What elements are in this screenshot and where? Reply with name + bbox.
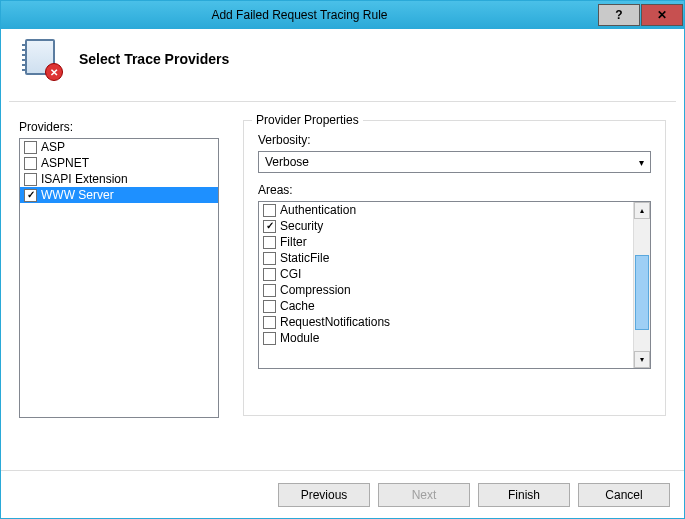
finish-button[interactable]: Finish	[478, 483, 570, 507]
scroll-up-button[interactable]: ▴	[634, 202, 650, 219]
areas-label: Areas:	[258, 183, 651, 197]
checkbox[interactable]	[263, 268, 276, 281]
checkbox[interactable]	[24, 189, 37, 202]
list-item-label: ISAPI Extension	[41, 172, 128, 186]
list-item-label: Compression	[280, 283, 351, 297]
list-item-label: Module	[280, 331, 319, 345]
list-item-label: Cache	[280, 299, 315, 313]
list-item-label: Authentication	[280, 203, 356, 217]
list-item-label: Filter	[280, 235, 307, 249]
next-button: Next	[378, 483, 470, 507]
list-item[interactable]: ASPNET	[20, 155, 218, 171]
list-item[interactable]: Module	[259, 330, 633, 346]
providers-listbox[interactable]: ASPASPNETISAPI ExtensionWWW Server	[19, 138, 219, 418]
list-item-label: ASP	[41, 140, 65, 154]
titlebar: Add Failed Request Tracing Rule ? ✕	[1, 1, 684, 29]
verbosity-select[interactable]: Verbose ▾	[258, 151, 651, 173]
list-item[interactable]: Security	[259, 218, 633, 234]
scroll-down-button[interactable]: ▾	[634, 351, 650, 368]
page-title: Select Trace Providers	[79, 51, 229, 67]
divider	[9, 101, 676, 102]
list-item[interactable]: RequestNotifications	[259, 314, 633, 330]
checkbox[interactable]	[263, 316, 276, 329]
list-item-label: RequestNotifications	[280, 315, 390, 329]
checkbox[interactable]	[263, 300, 276, 313]
checkbox[interactable]	[263, 236, 276, 249]
list-item[interactable]: ISAPI Extension	[20, 171, 218, 187]
cancel-button[interactable]: Cancel	[578, 483, 670, 507]
group-legend: Provider Properties	[252, 113, 363, 127]
checkbox[interactable]	[263, 204, 276, 217]
provider-properties-group: Provider Properties Verbosity: Verbose ▾…	[243, 120, 666, 416]
scroll-thumb[interactable]	[635, 255, 649, 330]
verbosity-label: Verbosity:	[258, 133, 651, 147]
checkbox[interactable]	[263, 220, 276, 233]
checkbox[interactable]	[263, 252, 276, 265]
list-item-label: CGI	[280, 267, 301, 281]
list-item[interactable]: WWW Server	[20, 187, 218, 203]
list-item-label: ASPNET	[41, 156, 89, 170]
checkbox[interactable]	[24, 157, 37, 170]
chevron-down-icon: ▾	[639, 157, 644, 168]
close-button[interactable]: ✕	[641, 4, 683, 26]
wizard-header: Select Trace Providers	[1, 29, 684, 101]
checkbox[interactable]	[263, 332, 276, 345]
content: Providers: ASPASPNETISAPI ExtensionWWW S…	[1, 120, 684, 418]
providers-label: Providers:	[19, 120, 219, 134]
window-title: Add Failed Request Tracing Rule	[1, 8, 598, 22]
checkbox[interactable]	[24, 141, 37, 154]
list-item-label: Security	[280, 219, 323, 233]
list-item[interactable]: Filter	[259, 234, 633, 250]
list-item[interactable]: Authentication	[259, 202, 633, 218]
list-item-label: WWW Server	[41, 188, 114, 202]
help-button[interactable]: ?	[598, 4, 640, 26]
list-item[interactable]: CGI	[259, 266, 633, 282]
list-item[interactable]: Cache	[259, 298, 633, 314]
wizard-footer: Previous Next Finish Cancel	[1, 470, 684, 518]
verbosity-value: Verbose	[265, 155, 309, 169]
tracing-icon	[21, 39, 61, 79]
scrollbar[interactable]: ▴ ▾	[633, 202, 650, 368]
areas-listbox[interactable]: AuthenticationSecurityFilterStaticFileCG…	[258, 201, 651, 369]
checkbox[interactable]	[263, 284, 276, 297]
list-item[interactable]: ASP	[20, 139, 218, 155]
scroll-track[interactable]	[634, 219, 650, 351]
list-item[interactable]: Compression	[259, 282, 633, 298]
checkbox[interactable]	[24, 173, 37, 186]
previous-button[interactable]: Previous	[278, 483, 370, 507]
list-item[interactable]: StaticFile	[259, 250, 633, 266]
list-item-label: StaticFile	[280, 251, 329, 265]
error-badge-icon	[45, 63, 63, 81]
